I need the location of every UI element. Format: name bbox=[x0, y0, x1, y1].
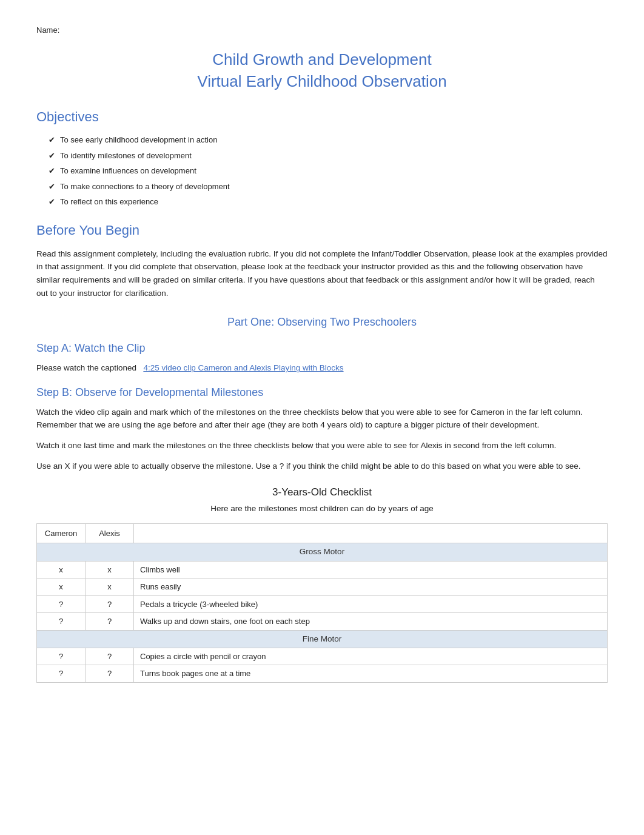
before-you-begin-body: Read this assignment completely, includi… bbox=[36, 247, 608, 300]
alexis-cell: x bbox=[86, 561, 134, 578]
objectives-heading: Objectives bbox=[36, 107, 608, 127]
table-row: ? ? Pedals a tricycle (3-wheeled bike) bbox=[37, 595, 608, 613]
col-header-cameron: Cameron bbox=[37, 523, 86, 543]
before-you-begin-heading: Before You Begin bbox=[36, 220, 608, 240]
step-a-text: Please watch the captioned 4:25 video cl… bbox=[36, 361, 608, 375]
checklist-title: 3-Years-Old Checklist bbox=[36, 485, 608, 500]
page-title-line2: Virtual Early Childhood Observation bbox=[36, 70, 608, 92]
table-row: ? ? Copies a circle with pencil or crayo… bbox=[37, 648, 608, 665]
milestone-cell: Turns book pages one at a time bbox=[134, 665, 608, 683]
objective-item: To see early childhood development in ac… bbox=[49, 134, 608, 146]
table-row: x x Runs easily bbox=[37, 578, 608, 596]
step-b-para2: Watch it one last time and mark the mile… bbox=[36, 439, 608, 452]
objective-item: To reflect on this experience bbox=[49, 196, 608, 208]
step-b-para1: Watch the video clip again and mark whic… bbox=[36, 406, 608, 432]
cameron-cell: x bbox=[37, 578, 86, 596]
alexis-cell: ? bbox=[86, 595, 134, 613]
cameron-cell: ? bbox=[37, 665, 86, 683]
objective-item: To identify milestones of development bbox=[49, 150, 608, 162]
milestone-cell: Pedals a tricycle (3-wheeled bike) bbox=[134, 595, 608, 613]
col-header-milestone bbox=[134, 523, 608, 543]
step-b-heading: Step B: Observe for Developmental Milest… bbox=[36, 384, 608, 401]
cameron-cell: x bbox=[37, 561, 86, 578]
cameron-cell: ? bbox=[37, 613, 86, 631]
step-b-para3: Use an X if you were able to actually ob… bbox=[36, 460, 608, 473]
milestone-cell: Copies a circle with pencil or crayon bbox=[134, 648, 608, 665]
table-row: ? ? Walks up and down stairs, one foot o… bbox=[37, 613, 608, 631]
name-label: Name: bbox=[36, 24, 608, 36]
checklist-subtitle: Here are the milestones most children ca… bbox=[36, 503, 608, 515]
milestone-cell: Runs easily bbox=[134, 578, 608, 596]
table-row: x x Climbs well bbox=[37, 561, 608, 578]
video-link[interactable]: 4:25 video clip Cameron and Alexis Playi… bbox=[143, 363, 343, 372]
objectives-list: To see early childhood development in ac… bbox=[36, 134, 608, 208]
milestone-cell: Walks up and down stairs, one foot on ea… bbox=[134, 613, 608, 631]
cameron-cell: ? bbox=[37, 648, 86, 665]
step-a-intro: Please watch the captioned bbox=[36, 363, 136, 372]
alexis-cell: ? bbox=[86, 648, 134, 665]
step-a-heading: Step A: Watch the Clip bbox=[36, 340, 608, 357]
part-one-heading: Part One: Observing Two Preschoolers bbox=[36, 314, 608, 330]
milestone-table: Cameron Alexis Gross Motor x x Climbs we… bbox=[36, 523, 608, 683]
alexis-cell: ? bbox=[86, 613, 134, 631]
alexis-cell: x bbox=[86, 578, 134, 596]
objective-item: To examine influences on development bbox=[49, 165, 608, 177]
page-title-line1: Child Growth and Development bbox=[36, 49, 608, 70]
objective-item: To make connections to a theory of devel… bbox=[49, 181, 608, 193]
cameron-cell: ? bbox=[37, 595, 86, 613]
category-row: Gross Motor bbox=[37, 543, 608, 561]
col-header-alexis: Alexis bbox=[86, 523, 134, 543]
category-row: Fine Motor bbox=[37, 630, 608, 648]
table-row: ? ? Turns book pages one at a time bbox=[37, 665, 608, 683]
page-header: Child Growth and Development Virtual Ear… bbox=[36, 49, 608, 93]
milestone-cell: Climbs well bbox=[134, 561, 608, 578]
alexis-cell: ? bbox=[86, 665, 134, 683]
